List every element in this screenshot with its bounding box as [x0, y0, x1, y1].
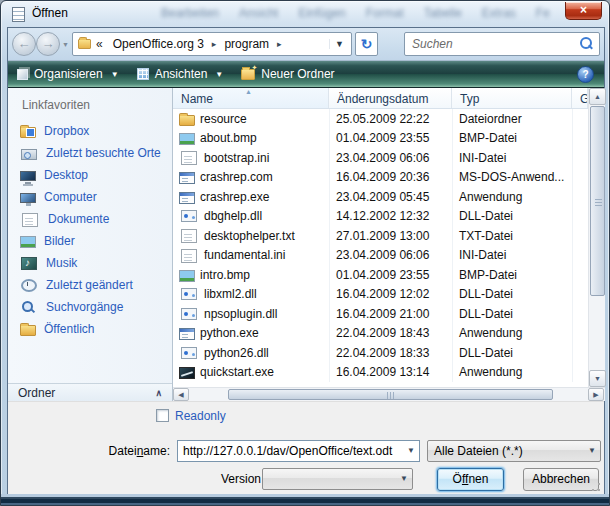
filetype-select[interactable]: Alle Dateien (*.*) ▼: [427, 440, 601, 462]
file-name-cell: crashrep.com: [173, 170, 329, 184]
table-row[interactable]: fundamental.ini23.04.2009 06:06INI-Datei: [173, 246, 588, 266]
file-name-cell: python.exe: [173, 326, 329, 340]
sidebar-item-dokumente[interactable]: Dokumente: [8, 208, 172, 230]
forward-button[interactable]: →: [36, 32, 60, 56]
cancel-button[interactable]: Abbrechen: [523, 468, 599, 491]
desktop-icon: [20, 171, 36, 181]
table-row[interactable]: quickstart.exe16.04.2009 13:14Anwendung: [173, 363, 588, 383]
breadcrumb-item[interactable]: program: [220, 35, 273, 53]
file-date: 22.04.2009 18:43: [329, 326, 452, 340]
file-name: python.exe: [200, 326, 259, 340]
table-row[interactable]: about.bmp01.04.2009 23:55BMP-Datei: [173, 129, 588, 149]
file-name: bootstrap.ini: [204, 151, 269, 165]
organize-button[interactable]: Organisieren ▼: [8, 63, 128, 86]
search-input[interactable]: [405, 37, 577, 51]
open-button[interactable]: Öffnen: [437, 468, 504, 491]
scroll-up-button[interactable]: ▲: [589, 88, 606, 105]
horizontal-scroll-thumb[interactable]: [228, 389, 553, 400]
breadcrumb-separator-icon[interactable]: ▸: [273, 39, 286, 49]
breadcrumb-separator-icon[interactable]: ▸: [208, 39, 221, 49]
table-row[interactable]: desktophelper.txt27.01.2009 13:00TXT-Dat…: [173, 226, 588, 246]
file-date: 23.04.2009 05:45: [329, 190, 452, 204]
filename-input[interactable]: [178, 444, 403, 458]
file-name: fundamental.ini: [204, 248, 285, 262]
navigation-bar: ← → ▼ « OpenOffice.org 3▸program▸ ▼ ↻: [8, 28, 604, 61]
file-name-cell: dbghelp.dll: [173, 208, 329, 224]
sidebar-item-zuletzt-ge-ndert[interactable]: Zuletzt geändert: [8, 274, 172, 296]
file-list: ▲ Name Änderungsdatum Typ G resource25.0…: [172, 88, 604, 401]
filename-label: Dateiname:: [104, 444, 170, 458]
sidebar-item-suchvorg-nge[interactable]: Suchvorgänge: [8, 296, 172, 318]
horizontal-scrollbar[interactable]: ◀ ▶: [173, 387, 605, 401]
search-box: [404, 32, 600, 56]
version-select[interactable]: ▼: [262, 468, 413, 490]
sidebar-item-dropbox[interactable]: Dropbox: [8, 120, 172, 142]
breadcrumb-item[interactable]: OpenOffice.org 3: [109, 35, 208, 53]
table-row[interactable]: crashrep.com16.04.2009 20:36MS-DOS-Anwen…: [173, 168, 588, 188]
sidebar-item-musik[interactable]: Musik: [8, 252, 172, 274]
close-button[interactable]: ×: [565, 2, 602, 20]
address-dropdown-icon[interactable]: ▼: [329, 39, 349, 49]
column-header-type[interactable]: Typ: [452, 88, 572, 108]
refresh-button[interactable]: ↻: [355, 32, 378, 56]
sidebar-item-label: Bilder: [44, 234, 75, 248]
sidebar-item-computer[interactable]: Computer: [8, 186, 172, 208]
help-button[interactable]: ?: [577, 66, 594, 83]
new-folder-button[interactable]: Neuer Ordner: [232, 63, 343, 86]
table-row[interactable]: dbghelp.dll14.12.2002 12:32DLL-Datei: [173, 207, 588, 227]
table-row[interactable]: python.exe22.04.2009 18:43Anwendung: [173, 324, 588, 344]
file-type: DLL-Datei: [452, 287, 572, 301]
readonly-checkbox[interactable]: [156, 409, 169, 422]
history-dropdown-icon[interactable]: ▼: [62, 41, 69, 48]
views-button[interactable]: Ansichten ▼: [128, 63, 233, 86]
file-date: 16.04.2009 21:00: [329, 307, 452, 321]
file-name-cell: about.bmp: [173, 131, 329, 145]
scroll-left-button[interactable]: ◀: [173, 388, 189, 401]
file-date: 22.04.2009 18:33: [329, 346, 452, 360]
file-type: Dateiordner: [452, 112, 572, 126]
file-name: quickstart.exe: [200, 365, 274, 379]
title-bar[interactable]: Öffnen BearbeitenAnsichtEinfügenFormatTa…: [1, 1, 609, 27]
table-row[interactable]: crashrep.exe23.04.2009 05:45Anwendung: [173, 187, 588, 207]
dll-icon: [181, 210, 197, 222]
sidebar-item-zuletzt-besuchte-orte[interactable]: Zuletzt besuchte Orte: [8, 142, 172, 164]
sidebar-item--ffentlich[interactable]: Öffentlich: [8, 318, 172, 340]
table-row[interactable]: intro.bmp01.04.2009 23:55BMP-Datei: [173, 265, 588, 285]
sidebar-item-bilder[interactable]: Bilder: [8, 230, 172, 252]
breadcrumb-collapse[interactable]: «: [96, 37, 103, 51]
folders-expander[interactable]: Ordner ∧: [8, 383, 172, 401]
vertical-scrollbar[interactable]: ▲ ▼: [588, 88, 605, 387]
scroll-right-button[interactable]: ▶: [588, 388, 604, 401]
window-title: Öffnen: [32, 6, 68, 20]
file-name: python26.dll: [204, 346, 269, 360]
table-row[interactable]: libxml2.dll16.04.2009 12:02DLL-Datei: [173, 285, 588, 305]
new-folder-icon: [241, 69, 255, 80]
file-type: DLL-Datei: [452, 209, 572, 223]
file-date: 23.04.2009 06:06: [329, 248, 452, 262]
vertical-scroll-thumb[interactable]: [590, 106, 605, 296]
breadcrumb[interactable]: « OpenOffice.org 3▸program▸ ▼: [72, 32, 352, 56]
back-button[interactable]: ←: [12, 32, 36, 56]
table-row[interactable]: python26.dll22.04.2009 18:33DLL-Datei: [173, 343, 588, 363]
scroll-down-button[interactable]: ▼: [589, 370, 606, 387]
column-header-date[interactable]: Änderungsdatum: [329, 88, 452, 108]
file-name: crashrep.exe: [200, 190, 269, 204]
table-row[interactable]: resource25.05.2009 22:22Dateiordner: [173, 109, 588, 129]
table-row[interactable]: npsoplugin.dll16.04.2009 21:00DLL-Datei: [173, 304, 588, 324]
filename-dropdown-icon[interactable]: ▼: [403, 441, 419, 461]
file-type: DLL-Datei: [452, 307, 572, 321]
table-row[interactable]: bootstrap.ini23.04.2009 06:06INI-Datei: [173, 148, 588, 168]
column-header-name[interactable]: ▲ Name: [173, 88, 329, 108]
computer-icon: [20, 193, 36, 203]
image-icon: [179, 270, 195, 282]
search-icon[interactable]: [577, 35, 595, 53]
music-icon: [21, 257, 37, 270]
file-date: 16.04.2009 13:14: [329, 365, 452, 379]
column-header-size[interactable]: G: [572, 88, 588, 108]
resize-grip-icon[interactable]: [591, 482, 601, 492]
sidebar-item-desktop[interactable]: Desktop: [8, 164, 172, 186]
views-icon: [137, 68, 149, 80]
file-name-cell: python26.dll: [173, 345, 329, 361]
file-type: BMP-Datei: [452, 131, 572, 145]
file-name: intro.bmp: [200, 268, 250, 282]
